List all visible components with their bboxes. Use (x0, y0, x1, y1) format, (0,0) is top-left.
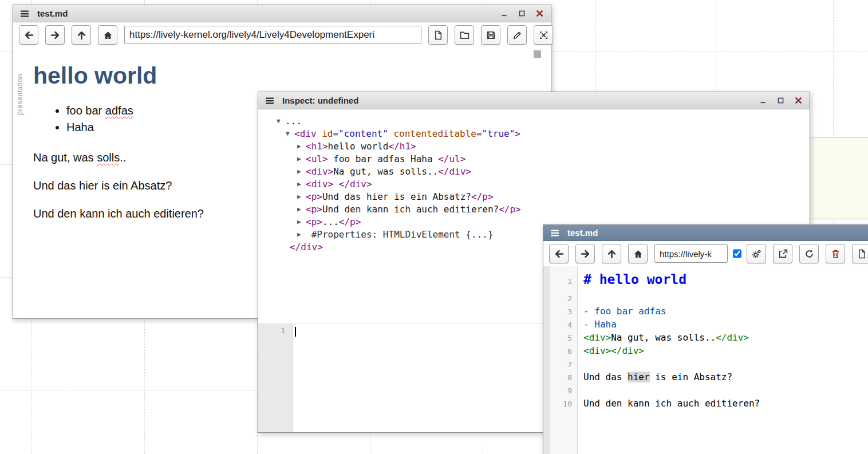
close-button[interactable] (792, 95, 804, 106)
editor-line: 1# hello world (543, 269, 868, 292)
forward-button[interactable] (575, 244, 595, 263)
line-number: 10 (543, 398, 578, 410)
maximize-button[interactable] (775, 95, 786, 106)
folder-icon (460, 30, 469, 40)
code-text[interactable] (578, 384, 868, 397)
expand-arrow-icon[interactable]: ▶ (297, 228, 306, 241)
tree-token: </p> (499, 204, 521, 215)
expand-arrow-icon[interactable]: ▼ (277, 115, 285, 128)
line-number: 8 (543, 372, 578, 384)
expand-arrow-icon[interactable]: ▼ (286, 128, 294, 140)
up-button[interactable] (72, 25, 91, 45)
code-text[interactable]: <div>Na gut, was solls..</div> (578, 331, 868, 344)
editor-titlebar[interactable]: test.md (543, 225, 868, 241)
expand-button[interactable] (534, 25, 553, 45)
dom-tree-node[interactable]: ▶<p>Und den kann ich auch editieren?</p> (258, 203, 810, 216)
file-buttons (428, 25, 553, 45)
window-menu-icon[interactable] (549, 227, 561, 239)
code-text[interactable] (578, 358, 868, 370)
home-button[interactable] (628, 244, 648, 263)
code-token: - foo bar adfas (583, 306, 666, 317)
code-text[interactable]: Und den kann ich auch editieren? (578, 397, 868, 410)
action-buttons (747, 244, 868, 263)
expand-arrow-icon[interactable]: ▶ (297, 216, 306, 228)
tree-token (333, 179, 339, 190)
dom-tree-node[interactable]: ▶<div> </div> (258, 178, 810, 191)
line-number: 7 (543, 358, 578, 371)
tree-token: </p> (339, 216, 361, 227)
dom-tree-node[interactable]: ▼... (258, 115, 810, 128)
tree-token: id (322, 128, 333, 139)
code-text[interactable]: - Haha (578, 318, 868, 331)
minimize-icon (759, 97, 767, 104)
code-token: </div> (716, 332, 749, 343)
code-token: - Haha (583, 319, 617, 330)
tree-token: Na gut, was solls.. (333, 166, 438, 177)
browse-folder-button[interactable] (455, 25, 474, 45)
options-checkbox[interactable] (733, 248, 741, 259)
tree-token: </div> (339, 179, 372, 190)
back-button[interactable] (19, 25, 38, 45)
minimize-button[interactable] (498, 8, 510, 19)
tree-token: <p> (306, 204, 322, 215)
text-run: Und das hier is ein Absatz? (33, 179, 172, 192)
resize-handle[interactable] (534, 50, 541, 58)
dom-tree-node[interactable]: ▶<p>Und das hier is ein Absatz?</p> (258, 191, 810, 203)
new-file-button[interactable] (852, 244, 868, 263)
up-button[interactable] (602, 244, 621, 263)
back-button[interactable] (549, 244, 569, 263)
code-token: # hello world (583, 272, 686, 287)
line-number: 1 (543, 271, 578, 292)
code-text[interactable]: - foo bar adfas (578, 305, 868, 318)
code-token: Na gut, was solls.. (611, 332, 716, 343)
tree-token: contenteditable (393, 128, 476, 139)
new-file-button[interactable] (428, 25, 448, 45)
window-menu-icon[interactable] (264, 95, 275, 106)
code-text[interactable]: # hello world (578, 269, 868, 290)
save-button[interactable] (481, 25, 500, 45)
nav-buttons (549, 244, 648, 263)
line-number: 1 (281, 326, 285, 335)
url-input[interactable] (124, 26, 421, 44)
window-menu-icon[interactable] (19, 8, 30, 19)
dom-tree-node[interactable]: ▼<div id="content" contenteditable="true… (258, 128, 810, 140)
preview-titlebar[interactable]: test.md (13, 5, 551, 22)
open-external-button[interactable] (773, 244, 792, 263)
code-text[interactable]: <div></div> (578, 345, 868, 357)
expand-arrow-icon[interactable]: ▶ (297, 165, 306, 178)
close-button[interactable] (534, 8, 545, 19)
text-run: Na gut, was (33, 151, 97, 164)
expand-arrow-icon[interactable]: ▶ (297, 153, 306, 165)
dom-tree-node[interactable]: ▶<ul> foo bar adfas Haha </ul> (258, 153, 810, 165)
forward-button[interactable] (45, 25, 65, 45)
dom-tree-node[interactable]: ▶<h1>hello world</h1> (258, 140, 810, 153)
code-editor[interactable]: 1# hello world2 3- foo bar adfas4- Haha5… (543, 266, 868, 454)
expand-arrow-icon[interactable]: ▶ (297, 203, 306, 216)
expand-arrow-icon[interactable]: ▶ (297, 178, 306, 191)
line-number: 6 (543, 345, 578, 358)
url-input[interactable] (654, 244, 728, 263)
maximize-button[interactable] (516, 8, 527, 19)
settings-button[interactable] (747, 244, 766, 263)
delete-button[interactable] (826, 244, 845, 263)
line-number: 2 (543, 293, 578, 305)
edit-icon (512, 30, 522, 40)
refresh-button[interactable] (799, 244, 819, 263)
tree-token: </div> (290, 242, 323, 252)
dom-tree-node[interactable]: ▶<div>Na gut, was solls..</div> (258, 165, 810, 178)
expand-arrow-icon[interactable]: ▶ (297, 140, 306, 153)
tree-token: </ul> (438, 153, 465, 164)
home-button[interactable] (98, 25, 117, 45)
markdown-editor-window: test.md 1# hello world2 3- foo bar adfas… (543, 224, 868, 454)
expand-arrow-icon[interactable]: ▶ (297, 191, 306, 203)
code-token: <div> (583, 345, 611, 356)
code-text[interactable]: Und das hier is ein Absatz? (578, 371, 868, 384)
edit-button[interactable] (507, 25, 527, 45)
code-text[interactable] (578, 292, 868, 305)
editor-line: 3- foo bar adfas (543, 305, 868, 318)
misspelled-word: solls (97, 151, 120, 164)
inspector-titlebar[interactable]: Inspect: undefined (258, 92, 810, 109)
minimize-button[interactable] (757, 95, 768, 106)
editor-line: 8Und das hier is ein Absatz? (543, 371, 868, 384)
line-number: 5 (543, 332, 578, 345)
